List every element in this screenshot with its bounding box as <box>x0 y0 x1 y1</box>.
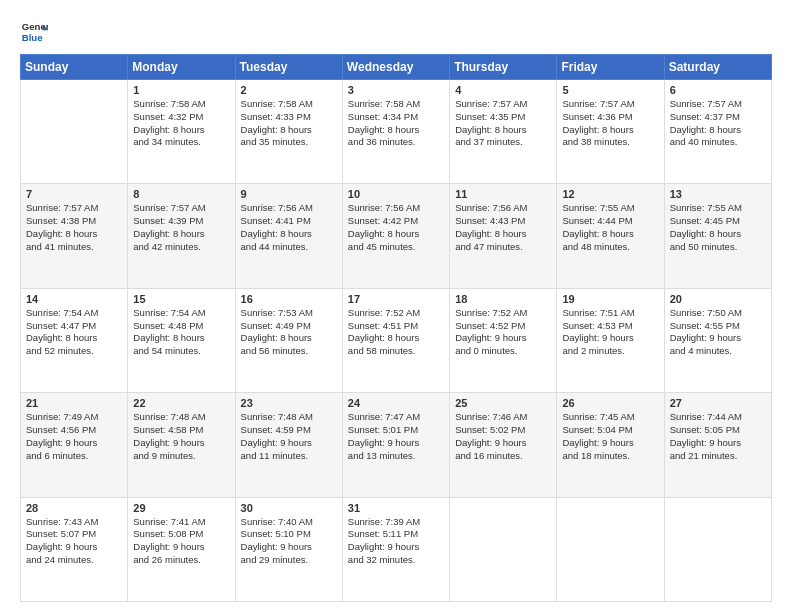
day-info: Sunrise: 7:56 AM Sunset: 4:41 PM Dayligh… <box>241 202 337 253</box>
calendar-header-row: SundayMondayTuesdayWednesdayThursdayFrid… <box>21 55 772 80</box>
calendar-day-header: Thursday <box>450 55 557 80</box>
calendar-cell <box>664 497 771 601</box>
logo: General Blue <box>20 18 50 46</box>
calendar-cell: 31Sunrise: 7:39 AM Sunset: 5:11 PM Dayli… <box>342 497 449 601</box>
calendar-cell: 21Sunrise: 7:49 AM Sunset: 4:56 PM Dayli… <box>21 393 128 497</box>
calendar-cell: 2Sunrise: 7:58 AM Sunset: 4:33 PM Daylig… <box>235 80 342 184</box>
calendar-cell: 5Sunrise: 7:57 AM Sunset: 4:36 PM Daylig… <box>557 80 664 184</box>
day-number: 1 <box>133 84 229 96</box>
calendar-cell: 16Sunrise: 7:53 AM Sunset: 4:49 PM Dayli… <box>235 288 342 392</box>
day-info: Sunrise: 7:57 AM Sunset: 4:35 PM Dayligh… <box>455 98 551 149</box>
day-info: Sunrise: 7:48 AM Sunset: 4:59 PM Dayligh… <box>241 411 337 462</box>
day-info: Sunrise: 7:57 AM Sunset: 4:36 PM Dayligh… <box>562 98 658 149</box>
calendar-cell <box>450 497 557 601</box>
day-number: 7 <box>26 188 122 200</box>
day-info: Sunrise: 7:57 AM Sunset: 4:38 PM Dayligh… <box>26 202 122 253</box>
day-info: Sunrise: 7:40 AM Sunset: 5:10 PM Dayligh… <box>241 516 337 567</box>
calendar-cell: 27Sunrise: 7:44 AM Sunset: 5:05 PM Dayli… <box>664 393 771 497</box>
calendar-day-header: Sunday <box>21 55 128 80</box>
calendar-table: SundayMondayTuesdayWednesdayThursdayFrid… <box>20 54 772 602</box>
calendar-cell: 29Sunrise: 7:41 AM Sunset: 5:08 PM Dayli… <box>128 497 235 601</box>
day-info: Sunrise: 7:55 AM Sunset: 4:44 PM Dayligh… <box>562 202 658 253</box>
day-info: Sunrise: 7:45 AM Sunset: 5:04 PM Dayligh… <box>562 411 658 462</box>
day-info: Sunrise: 7:58 AM Sunset: 4:32 PM Dayligh… <box>133 98 229 149</box>
day-number: 27 <box>670 397 766 409</box>
calendar-cell: 3Sunrise: 7:58 AM Sunset: 4:34 PM Daylig… <box>342 80 449 184</box>
day-number: 24 <box>348 397 444 409</box>
day-info: Sunrise: 7:56 AM Sunset: 4:42 PM Dayligh… <box>348 202 444 253</box>
day-number: 29 <box>133 502 229 514</box>
logo-icon: General Blue <box>20 18 48 46</box>
day-number: 19 <box>562 293 658 305</box>
calendar-cell: 12Sunrise: 7:55 AM Sunset: 4:44 PM Dayli… <box>557 184 664 288</box>
calendar-cell: 30Sunrise: 7:40 AM Sunset: 5:10 PM Dayli… <box>235 497 342 601</box>
calendar-day-header: Tuesday <box>235 55 342 80</box>
svg-text:Blue: Blue <box>22 32 43 43</box>
calendar-cell: 23Sunrise: 7:48 AM Sunset: 4:59 PM Dayli… <box>235 393 342 497</box>
day-number: 4 <box>455 84 551 96</box>
day-number: 15 <box>133 293 229 305</box>
calendar-cell: 18Sunrise: 7:52 AM Sunset: 4:52 PM Dayli… <box>450 288 557 392</box>
day-number: 10 <box>348 188 444 200</box>
day-number: 11 <box>455 188 551 200</box>
day-info: Sunrise: 7:57 AM Sunset: 4:39 PM Dayligh… <box>133 202 229 253</box>
calendar-cell: 6Sunrise: 7:57 AM Sunset: 4:37 PM Daylig… <box>664 80 771 184</box>
day-info: Sunrise: 7:58 AM Sunset: 4:34 PM Dayligh… <box>348 98 444 149</box>
page: General Blue SundayMondayTuesdayWednesda… <box>0 0 792 612</box>
day-number: 18 <box>455 293 551 305</box>
day-info: Sunrise: 7:52 AM Sunset: 4:51 PM Dayligh… <box>348 307 444 358</box>
day-number: 3 <box>348 84 444 96</box>
day-number: 25 <box>455 397 551 409</box>
day-info: Sunrise: 7:43 AM Sunset: 5:07 PM Dayligh… <box>26 516 122 567</box>
calendar-cell: 13Sunrise: 7:55 AM Sunset: 4:45 PM Dayli… <box>664 184 771 288</box>
calendar-day-header: Saturday <box>664 55 771 80</box>
day-number: 14 <box>26 293 122 305</box>
calendar-cell: 8Sunrise: 7:57 AM Sunset: 4:39 PM Daylig… <box>128 184 235 288</box>
day-info: Sunrise: 7:44 AM Sunset: 5:05 PM Dayligh… <box>670 411 766 462</box>
day-number: 21 <box>26 397 122 409</box>
day-info: Sunrise: 7:52 AM Sunset: 4:52 PM Dayligh… <box>455 307 551 358</box>
day-info: Sunrise: 7:54 AM Sunset: 4:47 PM Dayligh… <box>26 307 122 358</box>
day-number: 26 <box>562 397 658 409</box>
day-info: Sunrise: 7:51 AM Sunset: 4:53 PM Dayligh… <box>562 307 658 358</box>
day-number: 13 <box>670 188 766 200</box>
calendar-cell: 9Sunrise: 7:56 AM Sunset: 4:41 PM Daylig… <box>235 184 342 288</box>
calendar-cell <box>557 497 664 601</box>
calendar-cell: 19Sunrise: 7:51 AM Sunset: 4:53 PM Dayli… <box>557 288 664 392</box>
day-number: 17 <box>348 293 444 305</box>
calendar-cell: 10Sunrise: 7:56 AM Sunset: 4:42 PM Dayli… <box>342 184 449 288</box>
day-info: Sunrise: 7:46 AM Sunset: 5:02 PM Dayligh… <box>455 411 551 462</box>
calendar-cell: 17Sunrise: 7:52 AM Sunset: 4:51 PM Dayli… <box>342 288 449 392</box>
day-info: Sunrise: 7:49 AM Sunset: 4:56 PM Dayligh… <box>26 411 122 462</box>
day-number: 12 <box>562 188 658 200</box>
day-info: Sunrise: 7:39 AM Sunset: 5:11 PM Dayligh… <box>348 516 444 567</box>
calendar-cell: 20Sunrise: 7:50 AM Sunset: 4:55 PM Dayli… <box>664 288 771 392</box>
calendar-day-header: Monday <box>128 55 235 80</box>
calendar-cell: 28Sunrise: 7:43 AM Sunset: 5:07 PM Dayli… <box>21 497 128 601</box>
day-info: Sunrise: 7:41 AM Sunset: 5:08 PM Dayligh… <box>133 516 229 567</box>
calendar-cell: 7Sunrise: 7:57 AM Sunset: 4:38 PM Daylig… <box>21 184 128 288</box>
day-number: 28 <box>26 502 122 514</box>
day-info: Sunrise: 7:57 AM Sunset: 4:37 PM Dayligh… <box>670 98 766 149</box>
day-number: 31 <box>348 502 444 514</box>
day-info: Sunrise: 7:58 AM Sunset: 4:33 PM Dayligh… <box>241 98 337 149</box>
calendar-cell: 22Sunrise: 7:48 AM Sunset: 4:58 PM Dayli… <box>128 393 235 497</box>
day-number: 20 <box>670 293 766 305</box>
calendar-week-row: 14Sunrise: 7:54 AM Sunset: 4:47 PM Dayli… <box>21 288 772 392</box>
day-number: 5 <box>562 84 658 96</box>
calendar-week-row: 21Sunrise: 7:49 AM Sunset: 4:56 PM Dayli… <box>21 393 772 497</box>
calendar-cell: 4Sunrise: 7:57 AM Sunset: 4:35 PM Daylig… <box>450 80 557 184</box>
day-number: 2 <box>241 84 337 96</box>
day-number: 6 <box>670 84 766 96</box>
day-info: Sunrise: 7:54 AM Sunset: 4:48 PM Dayligh… <box>133 307 229 358</box>
calendar-cell: 1Sunrise: 7:58 AM Sunset: 4:32 PM Daylig… <box>128 80 235 184</box>
day-info: Sunrise: 7:47 AM Sunset: 5:01 PM Dayligh… <box>348 411 444 462</box>
calendar-cell: 26Sunrise: 7:45 AM Sunset: 5:04 PM Dayli… <box>557 393 664 497</box>
calendar-cell: 11Sunrise: 7:56 AM Sunset: 4:43 PM Dayli… <box>450 184 557 288</box>
calendar-cell: 25Sunrise: 7:46 AM Sunset: 5:02 PM Dayli… <box>450 393 557 497</box>
calendar-cell: 24Sunrise: 7:47 AM Sunset: 5:01 PM Dayli… <box>342 393 449 497</box>
calendar-day-header: Friday <box>557 55 664 80</box>
day-info: Sunrise: 7:56 AM Sunset: 4:43 PM Dayligh… <box>455 202 551 253</box>
day-number: 30 <box>241 502 337 514</box>
day-number: 9 <box>241 188 337 200</box>
